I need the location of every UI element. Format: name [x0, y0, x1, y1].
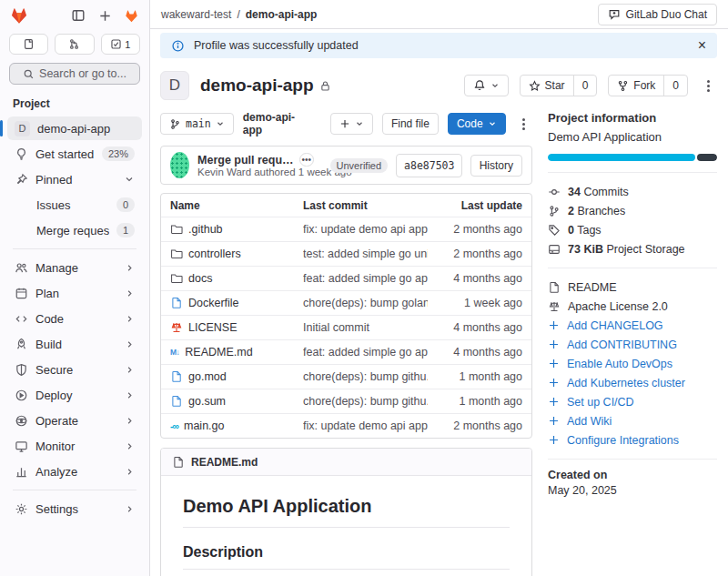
file-link[interactable]: LICENSE: [170, 321, 303, 334]
merge-requests-shortcut-button[interactable]: [55, 34, 94, 55]
file-link[interactable]: -∞ main.go: [170, 419, 303, 432]
code-dropdown-button[interactable]: Code: [448, 113, 506, 135]
enable-auto-devops-link[interactable]: Enable Auto DevOps: [548, 354, 717, 373]
close-icon[interactable]: ×: [698, 38, 706, 53]
chat-bubble-icon: [608, 8, 621, 21]
file-icon: [170, 395, 183, 408]
sidebar-item-plan[interactable]: Plan: [7, 281, 142, 305]
chevron-down-icon: [490, 81, 500, 90]
storage-stat-link[interactable]: 73 KiB Project Storage: [548, 239, 717, 258]
readme-h1: Demo API Application: [183, 496, 510, 528]
folder-icon: [170, 248, 183, 260]
readme-file-header[interactable]: README.md: [161, 449, 531, 476]
duo-chat-button[interactable]: GitLab Duo Chat: [598, 4, 717, 25]
readme-rendered-content: Demo API Application Description A simpl…: [161, 476, 531, 576]
file-link[interactable]: M↓ README.md: [170, 346, 303, 359]
project-actions-kebab[interactable]: [699, 75, 717, 96]
fork-button-group[interactable]: Fork 0: [608, 75, 688, 96]
commit-message-link[interactable]: feat: added simple go api...: [303, 272, 428, 285]
history-button[interactable]: History: [470, 155, 522, 177]
add-changelog-link[interactable]: Add CHANGELOG: [548, 316, 717, 335]
merge-requests-count-badge: 1: [116, 223, 135, 237]
star-button-group[interactable]: Star 0: [520, 75, 598, 96]
add-wiki-link[interactable]: Add Wiki: [548, 411, 717, 430]
tags-stat-link[interactable]: 0 Tags: [548, 220, 717, 239]
file-link[interactable]: go.mod: [170, 370, 303, 383]
file-link[interactable]: .github: [170, 223, 303, 236]
add-contributing-link[interactable]: Add CONTRIBUTING: [548, 335, 717, 354]
repo-actions-kebab[interactable]: [515, 113, 532, 135]
sidebar-item-settings[interactable]: Settings: [7, 497, 142, 520]
sidebar-item-get-started[interactable]: Get started 23%: [7, 142, 142, 166]
notifications-dropdown-button[interactable]: [464, 75, 509, 96]
create-new-icon[interactable]: [96, 6, 114, 25]
commit-sha: a8e87503: [397, 159, 461, 172]
document-icon: [172, 456, 185, 469]
gitlab-logo[interactable]: [9, 5, 29, 25]
topbar: wakeward-test / demo-api-app GitLab Duo …: [150, 0, 728, 29]
branch-selector[interactable]: main: [160, 113, 234, 135]
table-row: docs feat: added simple go api... 4 mont…: [161, 266, 531, 290]
file-icon: [170, 297, 183, 309]
commit-expand-ellipsis[interactable]: •••: [299, 153, 314, 167]
sidebar-item-build[interactable]: Build: [7, 332, 142, 356]
sidebar-item-merge-requests[interactable]: Merge requests 1: [7, 218, 142, 242]
file-link[interactable]: controllers: [170, 248, 303, 260]
commit-message-link[interactable]: fix: update demo api app...: [303, 223, 428, 236]
repo-root-link[interactable]: demo-api-app: [243, 111, 312, 136]
gear-icon: [15, 502, 28, 516]
commit-message-link[interactable]: feat: added simple go api...: [303, 346, 428, 359]
add-file-dropdown[interactable]: [330, 113, 373, 135]
sidebar-item-deploy[interactable]: Deploy: [7, 383, 142, 407]
lock-icon: [319, 80, 331, 92]
star-count[interactable]: 0: [573, 76, 597, 96]
commit-message-link[interactable]: test: added simple go uni...: [303, 248, 428, 260]
language-bar[interactable]: [548, 154, 717, 161]
branches-stat-link[interactable]: 2 Branches: [548, 201, 717, 220]
breadcrumb-project-link[interactable]: demo-api-app: [246, 8, 318, 21]
commit-message-link[interactable]: chore(deps): bump golan...: [303, 297, 428, 309]
sidebar-item-monitor[interactable]: Monitor: [7, 434, 142, 458]
issues-shortcut-button[interactable]: [9, 34, 48, 55]
readme-link[interactable]: README: [548, 278, 717, 297]
add-kubernetes-cluster-link[interactable]: Add Kubernetes cluster: [548, 373, 717, 392]
commit-message-link[interactable]: chore(deps): bump githu...: [303, 395, 428, 408]
configure-integrations-link[interactable]: Configure Integrations: [548, 430, 717, 450]
commit-message-link[interactable]: Initial commit: [303, 321, 428, 334]
sidebar-item-analyze[interactable]: Analyze: [7, 460, 142, 483]
fork-count[interactable]: 0: [663, 76, 687, 96]
commit-message-link[interactable]: fix: update demo api app...: [303, 419, 428, 432]
commits-stat-link[interactable]: 34 Commits: [548, 182, 717, 201]
sidebar-item-manage[interactable]: Manage: [7, 256, 142, 279]
sidebar-item-code[interactable]: Code: [7, 307, 142, 330]
todo-shortcut-button[interactable]: 1: [101, 34, 140, 55]
tanuki-ai-icon[interactable]: [122, 6, 140, 25]
sidebar-item-project[interactable]: D demo-api-app: [7, 116, 142, 140]
star-button[interactable]: Star: [521, 76, 573, 96]
page-title: demo-api-app: [200, 76, 331, 96]
table-row: -∞ main.go fix: update demo api app... 2…: [161, 413, 531, 438]
sidebar-item-operate[interactable]: Operate: [7, 409, 142, 432]
unverified-badge: Unverified: [330, 158, 389, 173]
collapse-sidebar-icon[interactable]: [69, 6, 87, 25]
license-link[interactable]: Apache License 2.0: [548, 297, 717, 316]
fork-icon: [617, 80, 629, 92]
find-file-button[interactable]: Find file: [382, 113, 439, 135]
code-icon: [15, 312, 28, 326]
set-up-cicd-link[interactable]: Set up CI/CD: [548, 392, 717, 411]
sidebar-item-secure[interactable]: Secure: [7, 358, 142, 381]
chevron-right-icon: [125, 365, 135, 375]
file-link[interactable]: Dockerfile: [170, 297, 303, 309]
fork-button[interactable]: Fork: [609, 76, 663, 96]
file-link[interactable]: go.sum: [170, 395, 303, 408]
commit-message-link[interactable]: chore(deps): bump githu...: [303, 370, 428, 383]
disk-icon: [548, 243, 561, 256]
sidebar-item-pinned[interactable]: Pinned: [7, 167, 142, 191]
file-link[interactable]: docs: [170, 272, 303, 285]
commit-author-line: Kevin Ward authored 1 week ago: [197, 167, 314, 177]
commit-title-link[interactable]: Merge pull request #18 from ...: [197, 154, 294, 167]
sidebar-item-issues[interactable]: Issues 0: [7, 193, 142, 217]
breadcrumb-group-link[interactable]: wakeward-test: [161, 8, 231, 21]
commit-author-avatar[interactable]: [170, 152, 189, 178]
search-input[interactable]: Search or go to...: [9, 63, 140, 85]
